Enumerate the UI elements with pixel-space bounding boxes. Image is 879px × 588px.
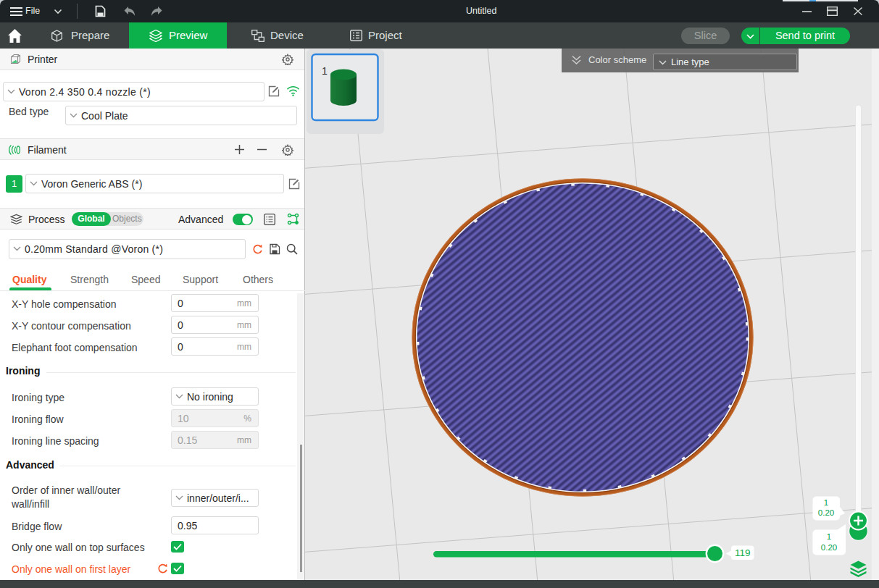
svg-text:119: 119 xyxy=(735,547,751,558)
svg-text:1: 1 xyxy=(322,65,328,77)
svg-text:0.20: 0.20 xyxy=(821,543,837,552)
svg-text:1: 1 xyxy=(824,498,828,507)
svg-text:0.20: 0.20 xyxy=(818,508,834,517)
svg-text:1: 1 xyxy=(827,532,831,541)
